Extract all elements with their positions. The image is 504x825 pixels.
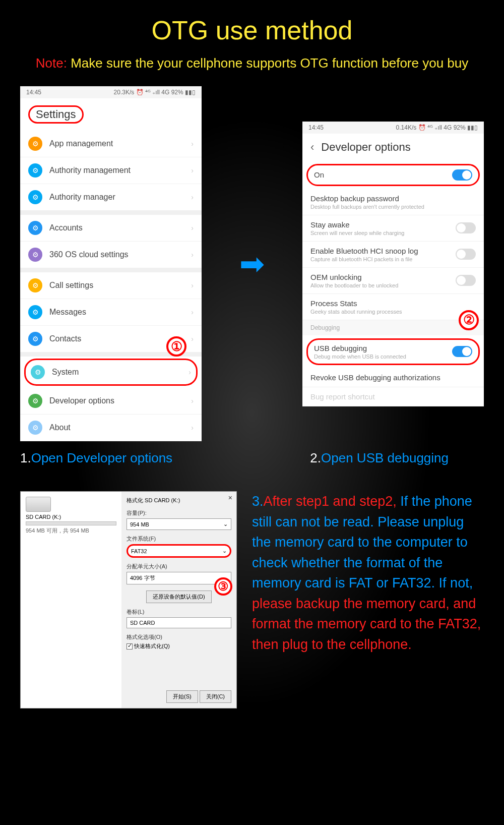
dev-option-row[interactable]: On [306,164,480,186]
settings-title-highlight: Settings [28,105,84,124]
option-title: OEM unlocking [310,273,456,281]
step3-part3b: please backup the memory card, and forma… [252,596,481,652]
note-text: Make sure the your cellphone supports OT… [71,55,468,71]
toggle-switch[interactable] [452,169,472,181]
option-title: Enable Bluetooth HCI snoop log [310,247,456,255]
section-gap [20,211,202,215]
settings-row[interactable]: ⚙App management› [20,131,202,157]
volume-input[interactable]: SD CARD [127,617,231,628]
checkbox-icon[interactable]: ✓ [127,643,133,650]
format-panel: 格式化 SD CARD (K:) × 容量(P): 954 MB⌄ 文件系统(F… [121,492,236,708]
row-icon: ⚙ [28,305,42,319]
caption-2-num: 2. [310,450,321,465]
dev-option-row[interactable]: Stay awakeScreen will never sleep while … [302,215,484,242]
step-badge-3: ③ [214,577,232,596]
row-icon: ⚙ [28,137,42,151]
dev-option-row[interactable]: OEM unlockingAllow the bootloader to be … [302,268,484,294]
dev-option-row[interactable]: Desktop backup passwordDesktop full back… [302,189,484,215]
toggle-switch[interactable] [456,249,476,260]
dev-option-row[interactable]: Process StatsGeeky stats about running p… [302,294,484,320]
filesystem-dropdown[interactable]: FAT32⌄ [127,544,231,558]
settings-row[interactable]: ⚙System› [24,359,198,386]
settings-row[interactable]: ⚙About› [20,415,202,441]
filesystem-value: FAT32 [131,548,147,554]
option-title: Bug report shortcut [310,392,476,401]
developer-options-screenshot: 14:45 0.14K/s ⏰ ⁴ᴳ ₊ıll 4G 92% ▮▮▯ ‹ Dev… [302,122,484,406]
toggle-switch[interactable] [452,346,472,357]
row-icon: ⚙ [28,190,42,204]
allocation-label: 分配单元大小(A) [127,563,231,570]
option-subtitle: Screen will never sleep while charging [310,230,456,236]
option-title: Desktop backup password [310,194,476,203]
arrow-icon: ➡ [239,246,265,281]
dev-options-title: Developer options [321,141,410,154]
drive-icon [26,497,51,512]
back-icon[interactable]: ‹ [310,141,314,154]
option-title: Stay awake [310,220,456,229]
page-title: OTG use method [0,0,504,45]
row-label: App management [49,139,191,148]
row-label: About [49,423,191,432]
row-icon: ⚙ [28,332,42,346]
settings-row[interactable]: ⚙Authority management› [20,157,202,184]
settings-row[interactable]: ⚙Authority manager› [20,184,202,211]
settings-row[interactable]: ⚙Developer options› [20,388,202,415]
dev-option-row[interactable]: Bug report shortcut [302,387,484,406]
option-title: Process Stats [310,299,476,308]
row-icon: ⚙ [31,365,45,379]
dev-option-row[interactable]: Enable Bluetooth HCI snoop logCapture al… [302,242,484,268]
chevron-right-icon: › [191,224,194,232]
settings-row[interactable]: ⚙Call settings› [20,272,202,299]
row-label: Authority management [49,166,191,175]
status-indicators: 20.3K/s ⏰ ⁴ᴳ ₊ıll 4G 92% ▮▮▯ [114,89,196,96]
quick-format-label: 快速格式化(Q) [134,643,170,649]
capacity-dropdown[interactable]: 954 MB⌄ [127,518,231,530]
toggle-switch[interactable] [456,222,476,233]
restore-defaults-button[interactable]: 还原设备的默认值(D) [146,591,211,603]
options-label: 格式化选项(O) [127,633,231,641]
step3-part1: After step1 and step2, [264,494,397,509]
close-button[interactable]: 关闭(C) [200,690,231,703]
dev-options-header: ‹ Developer options [302,134,484,161]
option-title: USB debugging [314,344,452,352]
close-icon[interactable]: × [228,494,232,502]
volume-label: 卷标(L) [127,608,231,616]
status-time-2: 14:45 [308,124,324,131]
chevron-right-icon: › [188,368,191,376]
dev-option-row[interactable]: USB debuggingDebug mode when USB is conn… [306,338,480,365]
row-icon: ⚙ [28,221,42,235]
caption-1-num: 1. [20,450,31,465]
explorer-panel: SD CARD (K:) 954 MB 可用，共 954 MB [21,492,121,708]
quick-format-row[interactable]: ✓ 快速格式化(Q) [127,642,231,650]
format-title: 格式化 SD CARD (K:) [127,497,231,504]
settings-row[interactable]: ⚙360 OS cloud settings› [20,242,202,268]
step-badge-2: ② [459,310,479,330]
status-bar-2: 14:45 0.14K/s ⏰ ⁴ᴳ ₊ıll 4G 92% ▮▮▯ [302,122,484,134]
toggle-switch[interactable] [456,275,476,286]
drive-info: 954 MB 可用，共 954 MB [26,527,116,535]
option-title: On [314,170,452,179]
row-icon: ⚙ [28,278,42,292]
chevron-right-icon: › [191,335,194,343]
settings-row[interactable]: ⚙Accounts› [20,215,202,242]
chevron-right-icon: › [191,397,194,405]
capacity-label: 容量(P): [127,509,231,517]
note-label: Note: [36,55,67,71]
step3-instructions: 3.After step1 and step2, If the phone st… [252,491,484,709]
caption-2-text: Open USB debugging [321,450,449,465]
start-button[interactable]: 开始(S) [166,690,198,703]
status-bar: 14:45 20.3K/s ⏰ ⁴ᴳ ₊ıll 4G 92% ▮▮▯ [20,86,202,98]
dev-option-row[interactable]: Revoke USB debugging authorizations [302,368,484,387]
row-icon: ⚙ [28,394,42,408]
row-icon: ⚙ [28,163,42,178]
volume-value: SD CARD [130,620,155,626]
allocation-value: 4096 字节 [130,574,155,582]
row-label: 360 OS cloud settings [49,250,191,259]
settings-row[interactable]: ⚙Messages› [20,299,202,326]
status-time: 14:45 [26,89,41,96]
chevron-right-icon: › [191,193,194,201]
caption-2: 2.Open USB debugging [290,450,504,466]
option-subtitle: Capture all bluetooth HCI packets in a f… [310,256,456,262]
chevron-right-icon: › [191,166,194,174]
note-line: Note: Make sure the your cellphone suppo… [0,55,504,71]
